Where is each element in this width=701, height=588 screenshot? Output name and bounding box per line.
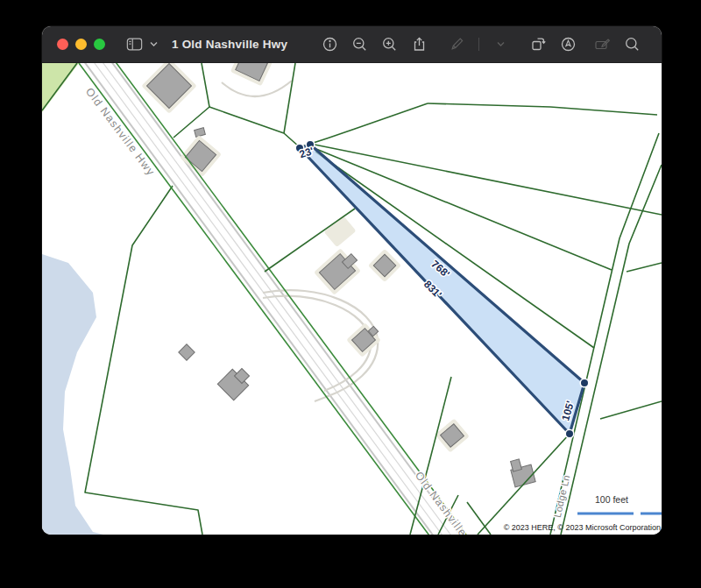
search-icon[interactable] (624, 36, 641, 53)
traffic-lights (57, 39, 105, 50)
parcel-boundary-lines (79, 63, 662, 535)
scale-label: 100 feet (595, 494, 628, 505)
toolbar-divider (478, 38, 479, 51)
building (195, 128, 206, 138)
share-icon[interactable] (411, 36, 428, 53)
quicklook-window: 1 Old Nashville Hwy Old Nashville HwyOld… (42, 26, 662, 535)
window-title: 1 Old Nashville Hwy (172, 38, 287, 51)
toolbar (322, 36, 662, 53)
title-chevron-icon[interactable] (149, 36, 159, 53)
info-icon[interactable] (322, 36, 338, 53)
titlebar: 1 Old Nashville Hwy (42, 26, 662, 63)
map-canvas[interactable]: Old Nashville HwyOld NashvilleLodge Ln23… (42, 63, 662, 535)
zoom-button[interactable] (94, 39, 105, 50)
road-label-lodge-ln: Lodge Ln (552, 473, 572, 518)
markup-chevron-icon (492, 36, 509, 53)
zoom-out-icon[interactable] (351, 36, 368, 53)
sidebar-toggle-button[interactable] (126, 36, 143, 53)
rotate-icon[interactable] (530, 36, 547, 53)
parcel-vertex-dot[interactable] (565, 429, 574, 438)
building (147, 64, 192, 109)
map-attribution: © 2023 HERE, © 2023 Microsoft Corporatio… (504, 523, 661, 532)
buildings (141, 63, 535, 487)
zoom-in-icon[interactable] (381, 36, 398, 53)
minimize-button[interactable] (75, 39, 87, 50)
green-field (42, 63, 79, 112)
parcel-map: Old Nashville HwyOld NashvilleLodge Ln23… (42, 63, 662, 535)
fill-sign-icon (594, 36, 611, 53)
close-button[interactable] (57, 39, 68, 50)
road-old-nashville-hwy (89, 63, 457, 535)
water-body (42, 254, 103, 535)
building (179, 344, 195, 360)
parcel-vertex-dot[interactable] (580, 379, 589, 387)
scale-bar: 100 feet (577, 494, 662, 514)
markup-icon (449, 36, 465, 53)
annotate-icon[interactable] (560, 36, 577, 53)
